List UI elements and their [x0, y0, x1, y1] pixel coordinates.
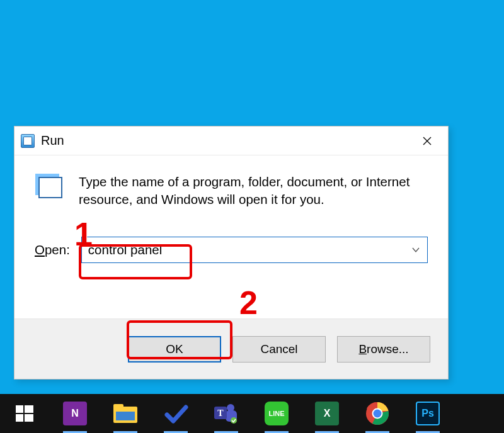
excel-taskbar-icon[interactable]: X	[311, 399, 343, 428]
excel-icon: X	[315, 402, 339, 425]
file-explorer-taskbar-icon[interactable]	[110, 399, 141, 428]
titlebar[interactable]: Run	[14, 127, 448, 155]
svg-rect-2	[16, 405, 23, 413]
chrome-icon	[365, 402, 389, 425]
run-app-icon	[21, 134, 35, 148]
close-button[interactable]	[410, 127, 444, 155]
teams-icon: T	[213, 402, 239, 425]
dialog-description: Type the name of a program, folder, docu…	[79, 173, 428, 209]
run-large-icon	[35, 173, 64, 202]
photoshop-taskbar-icon[interactable]: Ps	[412, 399, 444, 428]
taskbar: N T LINE X	[0, 394, 504, 433]
dialog-body: Type the name of a program, folder, docu…	[14, 155, 448, 268]
teams-taskbar-icon[interactable]: T	[210, 399, 242, 428]
svg-rect-8	[116, 412, 135, 420]
chrome-taskbar-icon[interactable]	[362, 399, 393, 428]
svg-point-16	[374, 410, 382, 418]
todo-taskbar-icon[interactable]	[160, 399, 192, 428]
file-explorer-icon	[113, 403, 138, 424]
close-icon	[422, 136, 432, 146]
open-input[interactable]	[81, 237, 428, 263]
svg-rect-5	[25, 414, 33, 422]
onenote-taskbar-icon[interactable]: N	[59, 399, 91, 428]
todo-check-icon	[163, 401, 188, 426]
svg-text:T: T	[217, 408, 224, 418]
photoshop-icon: Ps	[416, 402, 440, 425]
onenote-icon: N	[63, 402, 87, 425]
run-dialog: Run Type the name of a program, folder, …	[14, 126, 449, 380]
ok-button[interactable]: OK	[128, 336, 221, 363]
open-label: Open:	[35, 242, 70, 257]
dialog-button-row: OK Cancel Browse...	[14, 318, 448, 379]
line-taskbar-icon[interactable]: LINE	[261, 399, 292, 428]
browse-button[interactable]: Browse...	[337, 336, 430, 363]
start-button[interactable]	[9, 399, 40, 428]
svg-rect-4	[16, 414, 23, 422]
cancel-button[interactable]: Cancel	[232, 336, 326, 363]
open-combobox[interactable]	[81, 237, 428, 263]
window-title: Run	[41, 133, 410, 148]
windows-logo-icon	[14, 403, 35, 424]
svg-rect-7	[113, 404, 123, 409]
line-icon: LINE	[265, 402, 289, 425]
svg-rect-3	[25, 405, 33, 413]
svg-point-13	[231, 417, 237, 424]
